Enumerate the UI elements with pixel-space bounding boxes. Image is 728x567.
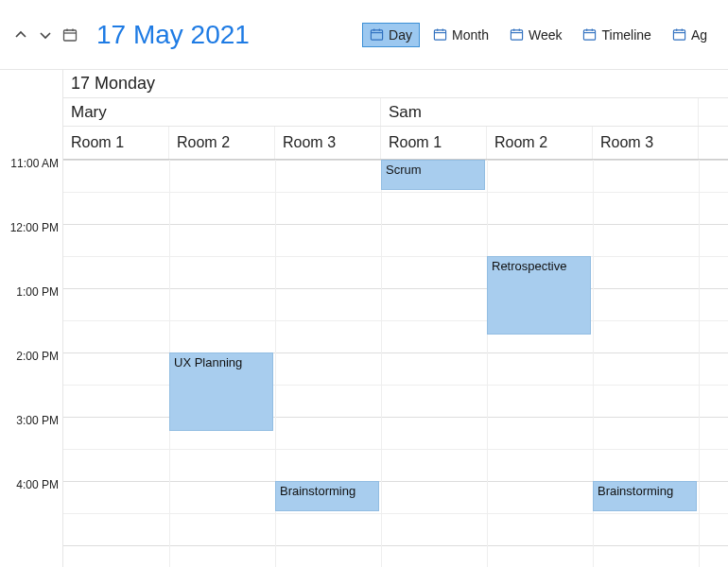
gridline-horizontal xyxy=(63,417,728,418)
appointment-title: Brainstorming xyxy=(280,484,355,498)
view-tab-label: Timeline xyxy=(601,27,650,43)
calendar-icon xyxy=(510,27,524,42)
view-tab-week[interactable]: Week xyxy=(502,23,570,47)
appointment-title: Scrum xyxy=(386,163,422,177)
appointment[interactable]: Brainstorming xyxy=(275,481,379,511)
calendar-icon xyxy=(370,27,384,42)
room-header-cell: Room 2 xyxy=(169,127,275,159)
gridline-horizontal xyxy=(63,192,728,193)
room-header-cell: Room 3 xyxy=(275,127,381,159)
current-date-title: 17 May 2021 xyxy=(96,20,250,50)
svg-rect-12 xyxy=(511,30,522,40)
grid-body[interactable]: ScrumRetrospectiveUX PlanningBrainstormi… xyxy=(63,160,728,567)
view-tab-label: Month xyxy=(452,27,489,43)
view-tab-label: Ag xyxy=(691,27,707,43)
view-tab-agenda[interactable]: Ag xyxy=(665,23,715,47)
svg-rect-20 xyxy=(673,30,685,40)
appointment[interactable]: Scrum xyxy=(381,160,485,190)
gridline-horizontal xyxy=(63,352,728,353)
appointment[interactable]: UX Planning xyxy=(169,352,273,431)
view-tab-label: Day xyxy=(389,27,412,43)
time-ruler: 11:00 AM12:00 PM1:00 PM2:00 PM3:00 PM4:0… xyxy=(0,70,63,567)
day-header-cell: 17 Monday xyxy=(63,70,728,97)
room-header-cell: Room 1 xyxy=(381,127,487,159)
person-header-row: MarySam xyxy=(63,98,728,127)
gridline-horizontal xyxy=(63,256,728,257)
time-label: 3:00 PM xyxy=(16,414,59,427)
appointment[interactable]: Brainstorming xyxy=(593,481,697,511)
appointment[interactable]: Retrospective xyxy=(487,256,591,335)
calendar-icon xyxy=(582,27,597,42)
room-header-cell: Room 2 xyxy=(487,127,593,159)
gridline-horizontal xyxy=(63,288,728,289)
svg-rect-4 xyxy=(372,30,383,40)
gridline-vertical xyxy=(381,160,382,567)
scheduler: 11:00 AM12:00 PM1:00 PM2:00 PM3:00 PM4:0… xyxy=(0,70,728,567)
calendar-icon xyxy=(672,27,686,42)
svg-rect-16 xyxy=(584,30,596,40)
date-picker-button[interactable] xyxy=(62,27,78,43)
day-header-row: 17 Monday xyxy=(63,70,728,98)
next-button[interactable] xyxy=(38,27,53,43)
gridline-vertical xyxy=(487,160,488,567)
gridline-horizontal xyxy=(63,385,728,386)
appointment-title: UX Planning xyxy=(174,355,242,369)
chevron-down-icon xyxy=(38,27,53,43)
room-header-row: Room 1Room 2Room 3Room 1Room 2Room 3 xyxy=(63,127,728,160)
grid: 17 Monday MarySam Room 1Room 2Room 3Room… xyxy=(63,70,728,567)
room-header-cell: Room 1 xyxy=(63,127,169,159)
view-tab-day[interactable]: Day xyxy=(362,23,420,47)
gridline-horizontal xyxy=(63,224,728,225)
room-header-cell: Room 3 xyxy=(593,127,699,159)
person-header-cell: Mary xyxy=(63,98,381,126)
gridline-vertical xyxy=(699,160,700,567)
toolbar: 17 May 2021 DayMonthWeekTimelineAg xyxy=(0,0,728,70)
gridline-horizontal xyxy=(63,513,728,514)
time-label: 4:00 PM xyxy=(16,478,59,491)
gridline-horizontal xyxy=(63,449,728,450)
view-tab-timeline[interactable]: Timeline xyxy=(575,23,658,47)
time-label: 12:00 PM xyxy=(10,221,59,234)
prev-button[interactable] xyxy=(13,27,28,43)
person-header-cell: Sam xyxy=(381,98,699,126)
gridline-horizontal xyxy=(63,545,728,546)
calendar-icon xyxy=(62,27,78,43)
view-tab-month[interactable]: Month xyxy=(425,23,496,47)
gridline-horizontal xyxy=(63,320,728,321)
appointment-title: Brainstorming xyxy=(598,484,673,498)
time-label: 11:00 AM xyxy=(10,157,59,170)
time-label: 2:00 PM xyxy=(16,350,59,363)
chevron-up-icon xyxy=(13,27,28,43)
appointment-title: Retrospective xyxy=(492,259,566,273)
svg-rect-0 xyxy=(64,30,77,41)
view-tab-label: Week xyxy=(529,27,563,43)
svg-rect-8 xyxy=(434,30,445,40)
calendar-icon xyxy=(433,27,447,42)
time-label: 1:00 PM xyxy=(16,285,59,299)
view-tabs: DayMonthWeekTimelineAg xyxy=(362,23,715,47)
